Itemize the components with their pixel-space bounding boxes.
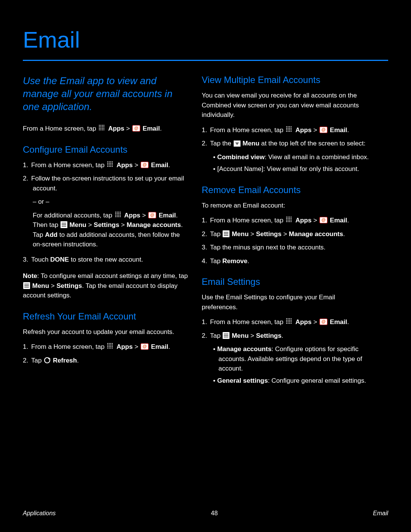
remove-step-3: 3.Tap the minus sign next to the account… xyxy=(202,243,369,252)
settings-option-general: • General settings: Configure general em… xyxy=(202,376,369,386)
email-icon xyxy=(140,342,149,350)
apps-icon xyxy=(107,161,114,168)
email-icon xyxy=(140,161,149,168)
left-column: Use the Email app to view and manage all… xyxy=(23,75,190,388)
apps-icon xyxy=(98,124,106,132)
heading-refresh: Refresh Your Email Account xyxy=(23,311,190,322)
configure-alt: For additional accounts, tap Apps > Emai… xyxy=(23,211,190,249)
launch-instruction: From a Home screen, tap Apps > Email. xyxy=(23,124,190,134)
view-option-account: • [Account Name]: View email for only th… xyxy=(202,164,369,174)
refresh-lead: Refresh your account to update your emai… xyxy=(23,327,190,337)
email-icon xyxy=(319,216,328,224)
configure-step-2: 2.Follow the on-screen instructions to s… xyxy=(23,174,190,193)
view-step-2: 2.Tap the Menu at the top left of the sc… xyxy=(202,139,369,149)
email-icon xyxy=(132,124,140,132)
or-separator: – or – xyxy=(33,197,190,207)
footer-page-number: 48 xyxy=(211,510,218,517)
apps-icon xyxy=(107,342,114,350)
remove-lead: To remove an Email account: xyxy=(202,201,369,211)
view-step-1: 1.From a Home screen, tap Apps > Email. xyxy=(202,125,369,135)
refresh-icon xyxy=(44,357,51,364)
heading-view: View Multiple Email Accounts xyxy=(202,75,369,85)
dropdown-icon xyxy=(234,141,241,147)
apps-icon xyxy=(285,318,293,325)
apps-icon xyxy=(285,126,293,133)
email-icon xyxy=(319,318,328,325)
configure-step-1: 1.From a Home screen, tap Apps > Email. xyxy=(23,160,190,170)
page-title: Email xyxy=(23,27,388,53)
email-icon xyxy=(319,126,328,133)
page-footer: Applications 48 Email xyxy=(23,510,388,517)
right-column: View Multiple Email Accounts You can vie… xyxy=(202,75,369,388)
title-rule xyxy=(23,60,388,61)
remove-step-2: 2.Tap Menu > Settings > Manage accounts. xyxy=(202,229,369,239)
settings-step-1: 1.From a Home screen, tap Apps > Email. xyxy=(202,317,369,327)
settings-step-2: 2.Tap Menu > Settings. xyxy=(202,331,369,341)
footer-left: Applications xyxy=(23,510,56,517)
remove-step-1: 1.From a Home screen, tap Apps > Email. xyxy=(202,216,369,225)
configure-note: Note: To configure email account setting… xyxy=(23,271,190,300)
refresh-step-1: 1.From a Home screen, tap Apps > Email. xyxy=(23,342,190,352)
heading-settings: Email Settings xyxy=(202,276,369,287)
configure-step-3: 3.Touch DONE to store the new account. xyxy=(23,255,190,265)
view-lead: You can view email you receive for all a… xyxy=(202,91,369,120)
apps-icon xyxy=(285,216,293,224)
view-option-combined: • Combined view: View all email in a com… xyxy=(202,152,369,162)
refresh-step-2: 2.Tap Refresh. xyxy=(23,356,190,366)
settings-lead: Use the Email Settings to configure your… xyxy=(202,292,369,312)
heading-remove: Remove Email Accounts xyxy=(202,185,369,195)
settings-option-manage: • Manage accounts: Configure options for… xyxy=(202,344,369,374)
page-intro: Use the Email app to view and manage all… xyxy=(23,75,190,113)
menu-icon xyxy=(223,230,229,237)
remove-step-4: 4.Tap Remove. xyxy=(202,256,369,266)
heading-configure: Configure Email Accounts xyxy=(23,144,190,155)
menu-icon xyxy=(23,282,30,289)
menu-icon xyxy=(223,332,229,339)
email-icon xyxy=(148,211,156,219)
menu-icon xyxy=(61,221,67,228)
apps-icon xyxy=(115,211,122,219)
footer-right: Email xyxy=(373,510,388,517)
